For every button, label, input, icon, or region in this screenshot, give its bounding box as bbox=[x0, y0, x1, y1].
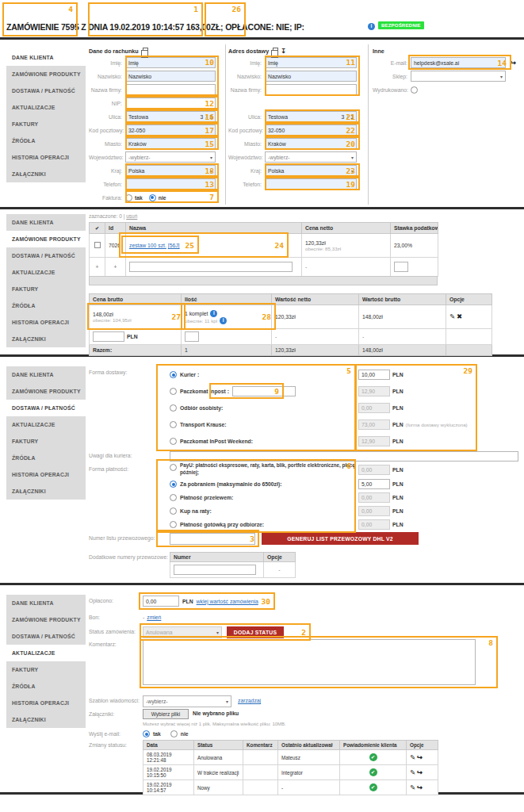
payment-raty-radio[interactable] bbox=[170, 508, 177, 515]
extra-waybill-input[interactable] bbox=[174, 565, 256, 575]
invoice-yes-radio[interactable] bbox=[125, 194, 132, 201]
delivery-krause-radio[interactable] bbox=[170, 421, 177, 428]
paste-down-icon[interactable] bbox=[281, 48, 286, 55]
delivery-odbior-radio[interactable] bbox=[170, 404, 177, 412]
sidebar-item-dane-klienta[interactable]: DANE KLIENTA bbox=[6, 49, 86, 66]
billing-last-name-input[interactable]: Nazwisko bbox=[125, 71, 216, 82]
delivery-weekend-radio[interactable] bbox=[170, 438, 177, 445]
product-code-link[interactable]: [56J] bbox=[168, 243, 180, 248]
sidebar-item-aktualizacje[interactable]: AKTUALIZACJE bbox=[6, 99, 86, 116]
billing-street-input[interactable]: Testowa3/3 bbox=[125, 111, 216, 122]
shipping-city-input[interactable]: Kraków bbox=[265, 138, 357, 149]
shipping-company-input[interactable] bbox=[265, 84, 357, 95]
copy-icon[interactable] bbox=[143, 48, 148, 54]
sidebar-item-historia-operacji[interactable]: HISTORIA OPERACJI bbox=[6, 314, 86, 331]
sidebar-item-historia-operacji[interactable]: HISTORIA OPERACJI bbox=[6, 466, 86, 483]
sidebar-item-zrodla[interactable]: ŹRÓDŁA bbox=[6, 297, 86, 314]
sidebar-item-zamowione-produkty[interactable]: ZAMÓWIONE PRODUKTY bbox=[6, 383, 86, 400]
sidebar-item-zalaczniki[interactable]: ZAŁĄCZNIKI bbox=[6, 711, 86, 728]
sidebar-item-zalaczniki[interactable]: ZAŁĄCZNIKI bbox=[6, 331, 86, 347]
row-checkbox[interactable] bbox=[94, 242, 101, 248]
sidebar-item-dane-klienta[interactable]: DANE KLIENTA bbox=[6, 366, 86, 383]
delete-icon[interactable] bbox=[457, 312, 462, 320]
sidebar-item-zrodla[interactable]: ŹRÓDŁA bbox=[6, 450, 86, 466]
new-gross-input[interactable] bbox=[93, 331, 124, 342]
manage-templates-link[interactable]: zarządzaj bbox=[238, 698, 261, 703]
sidebar-item-zrodla[interactable]: ŹRÓDŁA bbox=[6, 132, 86, 149]
billing-company-input[interactable] bbox=[125, 84, 216, 95]
sidebar-item-aktualizacje[interactable]: AKTUALIZACJE bbox=[6, 645, 86, 661]
copy-icon[interactable] bbox=[273, 48, 278, 54]
payment-pobranie-radio[interactable] bbox=[170, 481, 177, 488]
billing-country-select[interactable]: Polska bbox=[125, 165, 216, 176]
paste-order-value-link[interactable]: wklej wartość zamówienia bbox=[197, 599, 258, 604]
invoice-no-radio[interactable] bbox=[149, 194, 156, 201]
edit-icon[interactable] bbox=[410, 783, 415, 791]
send-email-yes-radio[interactable] bbox=[143, 730, 150, 737]
choose-files-button[interactable]: Wybierz pliki bbox=[143, 709, 189, 719]
billing-zip-input[interactable]: 32-050 bbox=[125, 124, 216, 136]
resend-icon[interactable] bbox=[417, 768, 423, 776]
select-all-checkbox[interactable] bbox=[95, 225, 99, 231]
shipping-first-name-input[interactable]: Imię bbox=[265, 57, 357, 68]
sidebar-item-faktury[interactable]: FAKTURY bbox=[6, 281, 86, 297]
shipping-province-select[interactable]: -wybierz- bbox=[265, 151, 357, 163]
sidebar-item-zamowione-produkty[interactable]: ZAMÓWIONE PRODUKTY bbox=[6, 611, 86, 628]
sidebar-item-zalaczniki[interactable]: ZAŁĄCZNIKI bbox=[6, 483, 86, 500]
product-link[interactable]: zestaw 100 szt. bbox=[129, 243, 166, 248]
sidebar-item-historia-operacji[interactable]: HISTORIA OPERACJI bbox=[6, 695, 86, 711]
delivery-paczkomat-radio[interactable] bbox=[170, 388, 177, 395]
new-vat-input[interactable] bbox=[394, 262, 408, 272]
sidebar-item-zamowione-produkty[interactable]: ZAMÓWIONE PRODUKTY bbox=[6, 231, 86, 247]
info-icon[interactable] bbox=[368, 23, 375, 30]
payment-payu-radio[interactable] bbox=[170, 464, 177, 471]
new-qty-input[interactable] bbox=[185, 331, 199, 342]
payment-gotowka-radio[interactable] bbox=[170, 521, 177, 528]
edit-icon[interactable] bbox=[410, 768, 415, 776]
sidebar-item-zrodla[interactable]: ŹRÓDŁA bbox=[6, 678, 86, 695]
shipping-phone-input[interactable] bbox=[265, 178, 357, 190]
paczkomat-code-input[interactable] bbox=[232, 386, 296, 396]
edit-icon[interactable] bbox=[410, 753, 415, 761]
sidebar-item-dane-klienta[interactable]: DANE KLIENTA bbox=[6, 595, 86, 611]
forward-email-icon[interactable] bbox=[511, 59, 516, 67]
courier-notes-input[interactable] bbox=[170, 451, 518, 462]
shop-select[interactable] bbox=[411, 71, 506, 82]
generate-waybill-button[interactable]: GENERUJ LIST PRZEWOZOWY DHL V2 bbox=[262, 532, 419, 545]
resend-icon[interactable] bbox=[417, 783, 423, 791]
email-input[interactable]: helpdesk@xsale.ai bbox=[411, 57, 506, 68]
sidebar-item-faktury[interactable]: FAKTURY bbox=[6, 661, 86, 678]
resend-icon[interactable] bbox=[417, 753, 423, 761]
billing-nip-input[interactable] bbox=[125, 98, 216, 109]
sidebar-item-faktury[interactable]: FAKTURY bbox=[6, 116, 86, 132]
waybill-number-input[interactable] bbox=[170, 533, 255, 545]
edit-icon[interactable] bbox=[449, 312, 455, 320]
sidebar-item-dostawa-platnosc[interactable]: DOSTAWA / PŁATNOŚĆ bbox=[6, 247, 86, 264]
template-select[interactable]: -wybierz- bbox=[143, 695, 231, 707]
billing-province-select[interactable]: -wybierz- bbox=[125, 151, 216, 163]
shipping-country-select[interactable]: Polska bbox=[265, 165, 357, 176]
info-icon[interactable] bbox=[220, 317, 227, 324]
sidebar-item-zamowione-produkty[interactable]: ZAMÓWIONE PRODUKTY bbox=[6, 66, 86, 82]
comment-textarea[interactable] bbox=[143, 639, 476, 685]
paid-amount-input[interactable]: 0,00 bbox=[143, 596, 179, 607]
delivery-price-input[interactable]: 10,00 bbox=[358, 370, 390, 380]
change-bon-link[interactable]: zmień bbox=[147, 615, 161, 620]
payment-price-input[interactable]: 5,00 bbox=[358, 479, 390, 489]
delete-selected-link[interactable]: usuń bbox=[126, 213, 137, 219]
shipping-street-input[interactable]: Testowa3/3 bbox=[265, 111, 357, 122]
sidebar-item-dostawa-platnosc[interactable]: DOSTAWA / PŁATNOŚĆ bbox=[6, 628, 86, 645]
sidebar-item-aktualizacje[interactable]: AKTUALIZACJE bbox=[6, 264, 86, 281]
sidebar-item-zalaczniki[interactable]: ZAŁĄCZNIKI bbox=[6, 166, 86, 182]
billing-city-input[interactable]: Kraków bbox=[125, 138, 216, 149]
sidebar-item-faktury[interactable]: FAKTURY bbox=[6, 433, 86, 450]
info-icon[interactable] bbox=[210, 310, 217, 317]
add-status-button[interactable]: DODAJ STATUS bbox=[227, 626, 284, 638]
billing-first-name-input[interactable]: Imię bbox=[125, 57, 216, 68]
delivery-kurier-radio[interactable] bbox=[170, 371, 177, 378]
shipping-last-name-input[interactable]: Nazwisko bbox=[265, 71, 357, 82]
new-product-name-input[interactable] bbox=[129, 262, 293, 272]
sidebar-item-dane-klienta[interactable]: DANE KLIENTA bbox=[6, 214, 86, 231]
send-email-no-radio[interactable] bbox=[170, 730, 178, 737]
printed-radio[interactable] bbox=[411, 86, 418, 94]
